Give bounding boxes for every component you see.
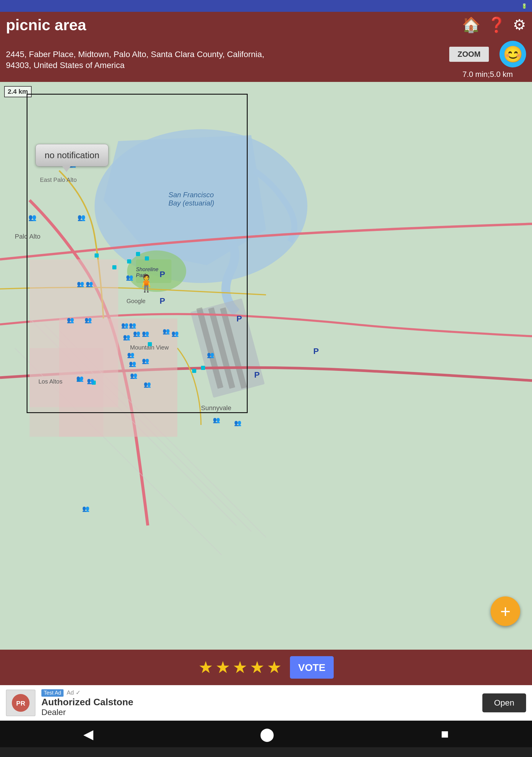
- scale-label: 2.4 km: [8, 88, 28, 95]
- bottom-nav: ◀ ⬤ ■: [0, 721, 532, 747]
- svg-text:👥: 👥: [234, 419, 242, 426]
- star-2[interactable]: ★: [216, 658, 230, 677]
- svg-text:Shoreline: Shoreline: [136, 266, 159, 272]
- svg-text:👥: 👥: [76, 375, 84, 382]
- ad-badge: Test Ad: [42, 689, 64, 697]
- svg-rect-30: [127, 259, 131, 263]
- svg-text:👥: 👥: [82, 505, 90, 512]
- svg-text:👥: 👥: [129, 322, 136, 329]
- notification-text: no notification: [44, 150, 99, 160]
- app-title: picnic area: [6, 16, 86, 34]
- svg-text:👥: 👥: [207, 351, 214, 358]
- svg-text:P: P: [313, 347, 319, 356]
- svg-text:👥: 👥: [142, 357, 149, 364]
- svg-rect-39: [201, 366, 205, 370]
- svg-rect-32: [145, 257, 149, 260]
- recents-button[interactable]: ■: [441, 727, 449, 741]
- header: picnic area 🏠 ❓ ⚙: [0, 12, 532, 38]
- help-icon[interactable]: ❓: [488, 16, 506, 33]
- svg-text:PR: PR: [16, 700, 25, 707]
- svg-text:👥: 👥: [121, 322, 129, 329]
- avatar: 😊: [499, 41, 526, 67]
- ad-bar: PR Test Ad Ad ✓ Authorized Calstone Deal…: [0, 685, 532, 721]
- home-button[interactable]: ⬤: [260, 727, 274, 742]
- svg-text:Bay (estuarial): Bay (estuarial): [168, 199, 214, 207]
- stars-area: ★ ★ ★ ★ ★ VOTE: [198, 656, 334, 679]
- ad-sub-label: Ad ✓: [67, 689, 81, 696]
- notification-bubble: no notification: [36, 144, 108, 167]
- svg-text:👥: 👥: [133, 330, 140, 337]
- svg-text:👥: 👥: [67, 317, 74, 323]
- star-1[interactable]: ★: [198, 658, 213, 677]
- svg-text:👥: 👥: [126, 274, 133, 281]
- rating-bar: ★ ★ ★ ★ ★ VOTE: [0, 650, 532, 685]
- home-icon[interactable]: 🏠: [462, 16, 480, 33]
- svg-text:👥: 👥: [86, 280, 93, 288]
- svg-text:👥: 👥: [213, 416, 220, 423]
- header-left: picnic area: [6, 16, 86, 34]
- star-5[interactable]: ★: [267, 658, 282, 677]
- open-button[interactable]: Open: [482, 693, 526, 712]
- svg-text:👥: 👥: [77, 280, 84, 288]
- svg-text:👥: 👥: [28, 214, 37, 222]
- svg-text:👥: 👥: [84, 317, 92, 323]
- header-icons: 🏠 ❓ ⚙: [462, 16, 526, 33]
- svg-text:👥: 👥: [130, 372, 137, 379]
- svg-text:👥: 👥: [127, 351, 134, 358]
- ad-badge-text: Ad: [67, 689, 74, 696]
- svg-text:👥: 👥: [163, 328, 170, 335]
- scale-bar: 2.4 km: [4, 86, 32, 97]
- ad-logo: PR: [6, 690, 36, 716]
- svg-text:👥: 👥: [123, 334, 130, 341]
- ad-title: Authorized Calstone: [42, 697, 476, 708]
- time-distance: 7.0 min;5.0 km: [462, 70, 513, 79]
- svg-rect-33: [112, 265, 116, 269]
- svg-text:P: P: [254, 370, 260, 379]
- svg-text:👥: 👥: [87, 377, 94, 384]
- svg-text:Los Altos: Los Altos: [39, 378, 62, 385]
- svg-text:🧍: 🧍: [136, 274, 157, 293]
- svg-rect-38: [192, 369, 196, 373]
- back-button[interactable]: ◀: [83, 727, 93, 742]
- svg-rect-31: [136, 252, 140, 256]
- map-background: P P P P P San Francisco Bay (estuarial) …: [0, 82, 532, 650]
- svg-rect-15: [30, 348, 103, 437]
- svg-text:San Francisco: San Francisco: [168, 191, 214, 199]
- svg-text:Google: Google: [127, 298, 146, 304]
- svg-text:👥: 👥: [129, 360, 136, 367]
- svg-text:👥: 👥: [142, 330, 149, 337]
- vote-button[interactable]: VOTE: [290, 656, 334, 679]
- filter-icon[interactable]: ⚙: [513, 16, 526, 33]
- star-3[interactable]: ★: [233, 658, 248, 677]
- ad-subtitle: Dealer: [42, 708, 476, 717]
- svg-rect-35: [148, 342, 152, 346]
- address-right: ZOOM 😊 7.0 min;5.0 km: [449, 41, 526, 79]
- svg-rect-34: [95, 254, 99, 257]
- svg-text:👥: 👥: [77, 214, 86, 222]
- battery-icon: 🔋: [521, 3, 527, 9]
- svg-text:P: P: [160, 296, 165, 305]
- ad-text-area: Test Ad Ad ✓ Authorized Calstone Dealer: [42, 689, 476, 717]
- svg-text:P: P: [236, 314, 242, 323]
- zoom-button[interactable]: ZOOM: [449, 47, 489, 62]
- svg-text:Sunnyvale: Sunnyvale: [201, 404, 231, 411]
- svg-text:Palo Alto: Palo Alto: [15, 233, 41, 240]
- address-bar: 2445, Faber Place, Midtown, Palo Alto, S…: [0, 38, 532, 82]
- svg-text:👥: 👥: [171, 330, 179, 337]
- test-ad-label: Test Ad: [44, 690, 61, 696]
- svg-text:👥: 👥: [144, 381, 151, 388]
- address-text: 2445, Faber Place, Midtown, Palo Alto, S…: [6, 49, 272, 71]
- star-4[interactable]: ★: [250, 658, 265, 677]
- fab-button[interactable]: +: [490, 596, 520, 626]
- map-container[interactable]: P P P P P San Francisco Bay (estuarial) …: [0, 82, 532, 650]
- status-bar: 🔋: [0, 0, 532, 12]
- svg-text:East Palo Alto: East Palo Alto: [40, 176, 77, 183]
- svg-text:P: P: [160, 270, 165, 279]
